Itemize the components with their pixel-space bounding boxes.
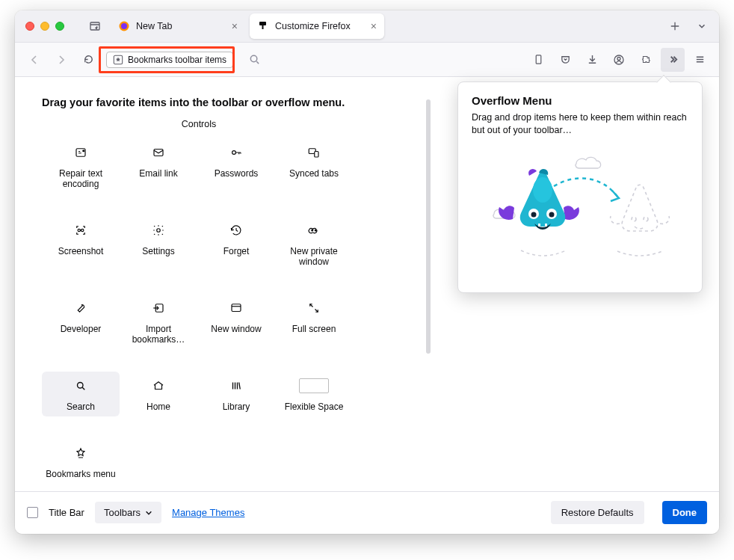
svg-rect-27 [315,151,318,157]
svg-line-41 [82,387,84,390]
overflow-menu-button[interactable] [661,48,685,72]
item-search[interactable]: Search [42,372,120,416]
svg-rect-55 [545,224,547,227]
overflow-illustration [472,150,688,277]
minimize-window-button[interactable] [40,22,49,31]
restore-defaults-button[interactable]: Restore Defaults [551,501,644,524]
reload-button[interactable] [76,48,100,72]
item-import-bookmarks[interactable]: Import bookmarks… [120,294,197,349]
search-icon[interactable] [242,48,266,72]
tab-label: New Tab [136,21,172,31]
item-settings[interactable]: Settings [120,216,197,271]
downloads-icon[interactable] [580,48,604,72]
tabs-dropdown-button[interactable] [691,15,713,37]
svg-point-15 [617,57,620,60]
item-new-window[interactable]: New window [197,294,275,349]
item-forget[interactable]: Forget [197,216,275,271]
svg-line-45 [239,382,241,389]
item-label: Email link [139,168,177,179]
text-encoding-icon [66,143,96,162]
svg-point-9 [250,55,256,61]
toolbars-dropdown[interactable]: Toolbars [95,502,161,523]
synced-tabs-icon [299,143,329,162]
import-icon [144,298,173,318]
item-flexible-space[interactable]: Flexible Space [275,372,353,416]
gear-icon [144,221,173,240]
item-label: Full screen [292,324,336,334]
titlebar-label: Title Bar [49,507,84,518]
item-synced-tabs[interactable]: Synced tabs [275,138,353,194]
app-menu-button[interactable] [688,48,712,72]
item-label: Flexible Space [285,401,344,412]
svg-point-28 [78,229,80,231]
svg-point-22 [232,150,236,154]
item-label: Passwords [215,168,259,179]
maximize-window-button[interactable] [55,22,64,31]
close-tab-icon[interactable]: × [371,20,377,32]
close-tab-icon[interactable]: × [232,20,238,32]
extensions-icon[interactable] [634,48,658,72]
bookmarks-toolbar-items[interactable]: Bookmarks toolbar items [106,52,233,68]
forward-button[interactable] [49,48,73,72]
nav-toolbar: Bookmarks toolbar items [15,43,719,76]
reader-icon[interactable] [526,48,550,72]
tab-customize[interactable]: Customize Firefox × [250,13,384,39]
svg-rect-21 [154,149,163,156]
chevron-down-icon [145,509,152,517]
item-label: Library [223,401,250,412]
close-window-button[interactable] [25,22,34,31]
tab-label: Customize Firefox [275,21,351,31]
item-screenshot[interactable]: Screenshot [42,216,120,271]
home-icon [144,376,173,396]
sidebar-icon[interactable] [84,15,106,37]
overflow-panel: Overflow Menu Drag and drop items here t… [457,81,703,293]
item-developer[interactable]: Developer [42,294,120,349]
item-home[interactable]: Home [120,372,197,416]
svg-point-33 [315,230,316,231]
account-icon[interactable] [607,48,631,72]
item-label: Import bookmarks… [123,324,194,345]
item-label: Search [67,401,95,412]
item-repair-text-encoding[interactable]: Repair text encoding [42,138,120,194]
mail-icon [144,143,173,162]
item-full-screen[interactable]: Full screen [275,294,353,349]
firefox-icon [118,20,130,32]
overflow-title: Overflow Menu [472,94,688,107]
manage-themes-link[interactable]: Manage Themes [172,507,244,518]
svg-point-49 [533,177,552,203]
window-controls [21,22,64,31]
fullscreen-icon [299,298,329,318]
titlebar-checkbox[interactable] [27,507,38,518]
history-icon [221,221,251,240]
window-icon [221,298,251,318]
item-label: New window [211,324,261,334]
item-label: Home [147,401,170,412]
flexible-space-icon [299,376,329,396]
new-tab-button[interactable] [664,15,686,37]
item-email-link[interactable]: Email link [120,138,197,194]
customize-content: Drag your favorite items into the toolba… [15,77,719,491]
svg-point-32 [312,230,313,231]
item-bookmarks-menu[interactable]: Bookmarks menu [42,439,120,484]
svg-rect-5 [262,25,264,29]
svg-point-3 [121,23,127,29]
item-passwords[interactable]: Passwords [197,138,275,194]
item-label: Screenshot [58,246,104,256]
pocket-icon[interactable] [553,48,577,72]
overflow-desc: Drag and drop items here to keep them wi… [472,111,688,137]
svg-point-40 [78,382,84,388]
svg-point-51 [531,212,537,217]
back-button[interactable] [22,48,46,72]
item-label: Settings [142,246,174,256]
item-library[interactable]: Library [197,372,275,416]
item-private-window[interactable]: New private window [275,216,353,271]
svg-point-47 [632,217,636,221]
tab-new-tab[interactable]: New Tab × [111,13,245,39]
svg-rect-4 [259,22,266,25]
done-button[interactable]: Done [662,501,708,524]
controls-section-label: Controls [42,119,356,129]
mask-icon [299,221,329,240]
scrollbar[interactable] [426,99,431,354]
key-icon [221,143,251,162]
toolbars-label: Toolbars [104,507,141,518]
